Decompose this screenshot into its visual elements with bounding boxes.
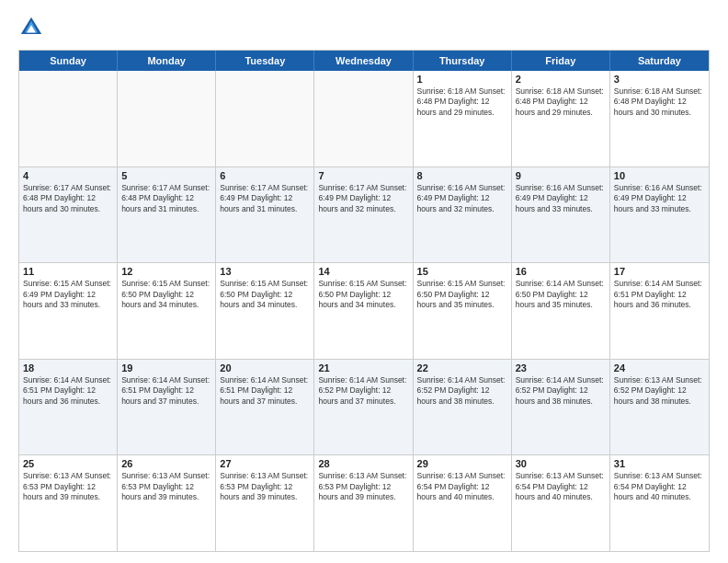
header [18, 15, 710, 40]
day-number: 28 [318, 458, 408, 469]
calendar-cell-day-27: 27Sunrise: 6:13 AM Sunset: 6:53 PM Dayli… [216, 455, 314, 551]
day-number: 20 [220, 362, 310, 373]
calendar-cell-day-18: 18Sunrise: 6:14 AM Sunset: 6:51 PM Dayli… [19, 360, 118, 455]
day-number: 12 [121, 266, 211, 277]
cell-info: Sunrise: 6:14 AM Sunset: 6:51 PM Dayligh… [220, 375, 310, 407]
header-day-tuesday: Tuesday [216, 51, 314, 71]
calendar-cell-day-28: 28Sunrise: 6:13 AM Sunset: 6:53 PM Dayli… [314, 455, 413, 551]
calendar-cell-day-8: 8Sunrise: 6:16 AM Sunset: 6:49 PM Daylig… [414, 167, 512, 263]
day-number: 6 [220, 170, 310, 181]
day-number: 23 [516, 362, 606, 373]
cell-info: Sunrise: 6:14 AM Sunset: 6:51 PM Dayligh… [23, 375, 113, 407]
calendar-row-5: 25Sunrise: 6:13 AM Sunset: 6:53 PM Dayli… [19, 454, 709, 551]
cell-info: Sunrise: 6:16 AM Sunset: 6:49 PM Dayligh… [614, 183, 705, 214]
calendar-header: SundayMondayTuesdayWednesdayThursdayFrid… [19, 51, 709, 71]
calendar-cell-day-9: 9Sunrise: 6:16 AM Sunset: 6:49 PM Daylig… [512, 167, 610, 263]
day-number: 22 [417, 362, 507, 373]
calendar-cell-day-12: 12Sunrise: 6:15 AM Sunset: 6:50 PM Dayli… [118, 263, 216, 359]
day-number: 1 [417, 74, 507, 85]
cell-info: Sunrise: 6:18 AM Sunset: 6:48 PM Dayligh… [417, 86, 507, 118]
cell-info: Sunrise: 6:13 AM Sunset: 6:53 PM Dayligh… [23, 471, 113, 502]
calendar-row-4: 18Sunrise: 6:14 AM Sunset: 6:51 PM Dayli… [19, 359, 709, 455]
day-number: 17 [614, 266, 705, 277]
cell-info: Sunrise: 6:14 AM Sunset: 6:51 PM Dayligh… [614, 279, 705, 310]
day-number: 10 [614, 170, 705, 181]
calendar-cell-day-22: 22Sunrise: 6:14 AM Sunset: 6:52 PM Dayli… [414, 360, 512, 455]
page: SundayMondayTuesdayWednesdayThursdayFrid… [0, 0, 728, 563]
calendar-cell-day-29: 29Sunrise: 6:13 AM Sunset: 6:54 PM Dayli… [414, 455, 512, 551]
cell-info: Sunrise: 6:15 AM Sunset: 6:50 PM Dayligh… [318, 279, 408, 310]
day-number: 2 [516, 74, 606, 85]
calendar-cell-day-31: 31Sunrise: 6:13 AM Sunset: 6:54 PM Dayli… [610, 455, 709, 551]
calendar-cell-day-24: 24Sunrise: 6:13 AM Sunset: 6:52 PM Dayli… [610, 360, 709, 455]
calendar-cell-day-19: 19Sunrise: 6:14 AM Sunset: 6:51 PM Dayli… [118, 360, 216, 455]
cell-info: Sunrise: 6:17 AM Sunset: 6:48 PM Dayligh… [23, 183, 113, 214]
day-number: 27 [220, 458, 310, 469]
day-number: 9 [516, 170, 606, 181]
cell-info: Sunrise: 6:17 AM Sunset: 6:48 PM Dayligh… [121, 183, 211, 214]
cell-info: Sunrise: 6:14 AM Sunset: 6:52 PM Dayligh… [516, 375, 606, 407]
header-day-saturday: Saturday [610, 51, 709, 71]
cell-info: Sunrise: 6:15 AM Sunset: 6:50 PM Dayligh… [417, 279, 507, 310]
calendar-cell-empty-0-2 [216, 71, 314, 167]
calendar-cell-day-2: 2Sunrise: 6:18 AM Sunset: 6:48 PM Daylig… [512, 71, 610, 167]
day-number: 25 [23, 458, 113, 469]
day-number: 15 [417, 266, 507, 277]
day-number: 19 [121, 362, 211, 373]
header-day-wednesday: Wednesday [314, 51, 413, 71]
calendar-cell-empty-0-3 [314, 71, 413, 167]
calendar-cell-day-5: 5Sunrise: 6:17 AM Sunset: 6:48 PM Daylig… [118, 167, 216, 263]
day-number: 30 [516, 458, 606, 469]
cell-info: Sunrise: 6:14 AM Sunset: 6:52 PM Dayligh… [417, 375, 507, 407]
day-number: 21 [318, 362, 408, 373]
cell-info: Sunrise: 6:13 AM Sunset: 6:52 PM Dayligh… [614, 375, 705, 407]
day-number: 3 [614, 74, 705, 85]
calendar-row-1: 1Sunrise: 6:18 AM Sunset: 6:48 PM Daylig… [19, 71, 709, 167]
calendar-cell-day-20: 20Sunrise: 6:14 AM Sunset: 6:51 PM Dayli… [216, 360, 314, 455]
calendar-body: 1Sunrise: 6:18 AM Sunset: 6:48 PM Daylig… [19, 71, 709, 551]
cell-info: Sunrise: 6:16 AM Sunset: 6:49 PM Dayligh… [516, 183, 606, 214]
cell-info: Sunrise: 6:18 AM Sunset: 6:48 PM Dayligh… [516, 86, 606, 118]
cell-info: Sunrise: 6:14 AM Sunset: 6:52 PM Dayligh… [318, 375, 408, 407]
cell-info: Sunrise: 6:17 AM Sunset: 6:49 PM Dayligh… [318, 183, 408, 214]
day-number: 29 [417, 458, 507, 469]
calendar-cell-day-1: 1Sunrise: 6:18 AM Sunset: 6:48 PM Daylig… [414, 71, 512, 167]
day-number: 4 [23, 170, 113, 181]
calendar-cell-day-15: 15Sunrise: 6:15 AM Sunset: 6:50 PM Dayli… [414, 263, 512, 359]
calendar-cell-day-16: 16Sunrise: 6:14 AM Sunset: 6:50 PM Dayli… [512, 263, 610, 359]
cell-info: Sunrise: 6:15 AM Sunset: 6:49 PM Dayligh… [23, 279, 113, 310]
day-number: 7 [318, 170, 408, 181]
calendar-cell-day-11: 11Sunrise: 6:15 AM Sunset: 6:49 PM Dayli… [19, 263, 118, 359]
day-number: 11 [23, 266, 113, 277]
calendar-cell-empty-0-0 [19, 71, 118, 167]
logo-icon [18, 15, 44, 40]
calendar-cell-day-21: 21Sunrise: 6:14 AM Sunset: 6:52 PM Dayli… [314, 360, 413, 455]
calendar-cell-day-4: 4Sunrise: 6:17 AM Sunset: 6:48 PM Daylig… [19, 167, 118, 263]
cell-info: Sunrise: 6:14 AM Sunset: 6:50 PM Dayligh… [516, 279, 606, 310]
calendar-cell-day-17: 17Sunrise: 6:14 AM Sunset: 6:51 PM Dayli… [610, 263, 709, 359]
calendar-cell-day-7: 7Sunrise: 6:17 AM Sunset: 6:49 PM Daylig… [314, 167, 413, 263]
calendar-cell-day-23: 23Sunrise: 6:14 AM Sunset: 6:52 PM Dayli… [512, 360, 610, 455]
calendar-cell-day-30: 30Sunrise: 6:13 AM Sunset: 6:54 PM Dayli… [512, 455, 610, 551]
calendar-cell-day-13: 13Sunrise: 6:15 AM Sunset: 6:50 PM Dayli… [216, 263, 314, 359]
logo [18, 15, 48, 40]
day-number: 5 [121, 170, 211, 181]
cell-info: Sunrise: 6:16 AM Sunset: 6:49 PM Dayligh… [417, 183, 507, 214]
day-number: 31 [614, 458, 705, 469]
cell-info: Sunrise: 6:13 AM Sunset: 6:53 PM Dayligh… [318, 471, 408, 502]
calendar-cell-day-6: 6Sunrise: 6:17 AM Sunset: 6:49 PM Daylig… [216, 167, 314, 263]
calendar-cell-day-25: 25Sunrise: 6:13 AM Sunset: 6:53 PM Dayli… [19, 455, 118, 551]
cell-info: Sunrise: 6:13 AM Sunset: 6:53 PM Dayligh… [121, 471, 211, 502]
day-number: 26 [121, 458, 211, 469]
cell-info: Sunrise: 6:18 AM Sunset: 6:48 PM Dayligh… [614, 86, 705, 118]
cell-info: Sunrise: 6:13 AM Sunset: 6:54 PM Dayligh… [417, 471, 507, 502]
calendar-row-2: 4Sunrise: 6:17 AM Sunset: 6:48 PM Daylig… [19, 167, 709, 263]
cell-info: Sunrise: 6:17 AM Sunset: 6:49 PM Dayligh… [220, 183, 310, 214]
day-number: 14 [318, 266, 408, 277]
header-day-thursday: Thursday [414, 51, 512, 71]
cell-info: Sunrise: 6:15 AM Sunset: 6:50 PM Dayligh… [121, 279, 211, 310]
calendar-cell-day-3: 3Sunrise: 6:18 AM Sunset: 6:48 PM Daylig… [610, 71, 709, 167]
calendar-cell-day-10: 10Sunrise: 6:16 AM Sunset: 6:49 PM Dayli… [610, 167, 709, 263]
calendar-row-3: 11Sunrise: 6:15 AM Sunset: 6:49 PM Dayli… [19, 262, 709, 359]
cell-info: Sunrise: 6:13 AM Sunset: 6:53 PM Dayligh… [220, 471, 310, 502]
